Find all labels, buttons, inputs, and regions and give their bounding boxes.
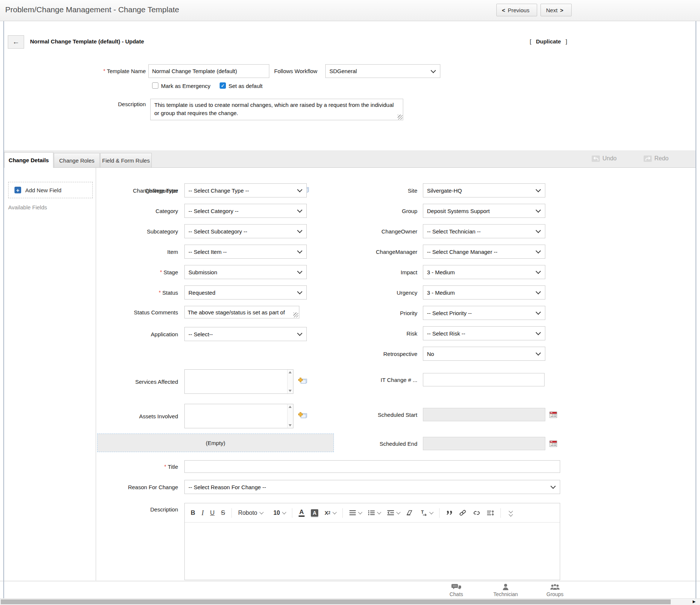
application-select[interactable]: -- Select-- <box>184 327 307 341</box>
technician-button[interactable]: Technician <box>483 583 529 597</box>
bold-button[interactable]: B <box>191 510 195 516</box>
line-height-button[interactable] <box>487 510 494 516</box>
subcategory-select[interactable]: -- Select Subcategory -- <box>184 224 307 238</box>
group-label: Group <box>326 204 417 218</box>
calendar-icon[interactable] <box>549 440 557 447</box>
scrollbar[interactable] <box>287 370 293 393</box>
underline-button[interactable]: U <box>210 510 214 516</box>
scheduled-end-label: Scheduled End <box>326 437 417 450</box>
unlink-button[interactable] <box>473 510 480 516</box>
item-select[interactable]: -- Select Item -- <box>184 245 307 259</box>
impact-value: 3 - Medium <box>427 269 455 275</box>
plus-icon <box>14 187 21 193</box>
list-dropdown[interactable] <box>368 510 381 516</box>
chevron-down-icon <box>431 68 436 73</box>
technician-label: Technician <box>493 591 518 597</box>
more-options-button[interactable] <box>509 510 512 516</box>
priority-select[interactable]: -- Select Priority -- <box>423 306 545 320</box>
description-editor-body[interactable] <box>185 523 560 580</box>
impact-label: Impact <box>326 265 417 279</box>
chevron-down-icon <box>297 207 302 213</box>
align-dropdown[interactable] <box>349 510 362 516</box>
indent-dropdown[interactable] <box>387 510 400 516</box>
changeowner-select[interactable]: -- Select Technician -- <box>423 224 545 238</box>
group-select[interactable]: Deposit Systems Support <box>423 204 545 218</box>
chevron-down-icon <box>358 510 362 514</box>
scroll-right-arrow-icon[interactable] <box>693 599 696 604</box>
chevron-down-icon <box>259 510 263 514</box>
text-direction-dropdown[interactable]: T <box>420 510 433 516</box>
next-button[interactable]: Next > <box>540 4 572 16</box>
superscript-dropdown[interactable]: X2 <box>325 510 336 516</box>
changeowner-value: -- Select Technician -- <box>427 228 481 235</box>
groups-button[interactable]: Groups <box>532 583 578 597</box>
priority-label: Priority <box>326 306 417 320</box>
risk-select[interactable]: -- Select Risk -- <box>423 326 545 340</box>
undo-button[interactable]: Undo <box>592 155 617 162</box>
assets-involved-box[interactable] <box>184 404 293 428</box>
chevron-down-icon <box>536 269 541 274</box>
previous-button[interactable]: < Previous <box>496 4 537 16</box>
scroll-down-icon[interactable] <box>289 424 292 426</box>
chevron-down-icon <box>282 510 286 514</box>
impact-select[interactable]: 3 - Medium <box>423 265 545 279</box>
site-select[interactable]: Silvergate-HQ <box>423 183 545 197</box>
retrospective-select[interactable]: No <box>423 347 545 361</box>
redo-button[interactable]: Redo <box>644 155 668 162</box>
clear-format-button[interactable] <box>406 510 414 516</box>
add-new-field-button[interactable]: Add New Field <box>8 182 93 198</box>
blockquote-button[interactable] <box>446 510 453 516</box>
add-items-icon[interactable] <box>298 412 308 420</box>
changeowner-label: ChangeOwner <box>326 224 417 238</box>
stage-label: *Stage <box>93 265 178 279</box>
duplicate-button[interactable]: Duplicate <box>530 38 567 45</box>
stage-select[interactable]: Submission <box>184 265 307 279</box>
services-affected-box[interactable] <box>184 369 293 394</box>
tab-change-roles[interactable]: Change Roles <box>54 153 100 167</box>
status-select[interactable]: Requested <box>184 285 307 300</box>
chats-button[interactable]: Chats <box>433 583 479 597</box>
change-type-select[interactable]: -- Select Change Type -- <box>184 183 307 197</box>
add-items-icon[interactable] <box>298 377 308 385</box>
it-change-input[interactable] <box>423 373 545 386</box>
back-button[interactable] <box>8 35 24 49</box>
app-header: Problem/Change Management - Change Templ… <box>0 0 700 21</box>
calendar-icon[interactable] <box>549 411 557 418</box>
highlight-color-button[interactable]: A <box>311 509 318 517</box>
changemanager-select[interactable]: -- Select Change Manager -- <box>423 245 545 259</box>
font-family-dropdown[interactable]: Roboto <box>238 510 267 516</box>
text-color-button[interactable]: A <box>299 509 305 517</box>
title-input[interactable] <box>184 460 560 473</box>
scroll-up-icon[interactable] <box>289 406 292 408</box>
chevron-right-icon: > <box>560 7 563 13</box>
tab-change-details[interactable]: Change Details <box>4 152 53 168</box>
required-asterisk: * <box>159 290 161 295</box>
urgency-select[interactable]: 3 - Medium <box>423 285 545 300</box>
scrollbar[interactable] <box>287 404 293 428</box>
template-description-textarea[interactable]: This template is used to create normal c… <box>150 99 403 120</box>
horizontal-scrollbar[interactable] <box>0 598 700 605</box>
category-select[interactable]: -- Select Category -- <box>184 204 307 218</box>
insert-link-button[interactable] <box>459 510 467 516</box>
mark-as-emergency-checkbox[interactable] <box>152 82 158 89</box>
template-name-input[interactable] <box>148 64 269 78</box>
status-comments-field[interactable]: The above stage/status is set as part of <box>184 306 299 318</box>
italic-button[interactable]: I <box>201 510 204 516</box>
reason-for-change-select[interactable]: -- Select Reason For Change -- <box>184 480 560 494</box>
groups-label: Groups <box>546 591 563 597</box>
scheduled-start-label: Scheduled Start <box>326 408 417 421</box>
resize-grip-icon[interactable] <box>398 115 402 120</box>
tab-field-form-rules[interactable]: Field & Form Rules <box>100 153 152 167</box>
undo-icon <box>592 156 600 162</box>
strikethrough-button[interactable]: S <box>221 510 225 516</box>
scroll-up-icon[interactable] <box>289 371 292 373</box>
resize-grip-icon[interactable] <box>293 313 298 317</box>
scroll-down-icon[interactable] <box>289 390 292 392</box>
status-label: *Status <box>93 285 178 300</box>
follows-workflow-select[interactable]: SDGeneral <box>325 64 440 78</box>
font-size-dropdown[interactable]: 10 <box>273 510 286 516</box>
set-as-default-checkbox[interactable] <box>220 82 226 89</box>
scrollbar-thumb[interactable] <box>1 599 671 604</box>
chevron-down-icon <box>536 187 541 192</box>
changemanager-value: -- Select Change Manager -- <box>427 249 497 255</box>
